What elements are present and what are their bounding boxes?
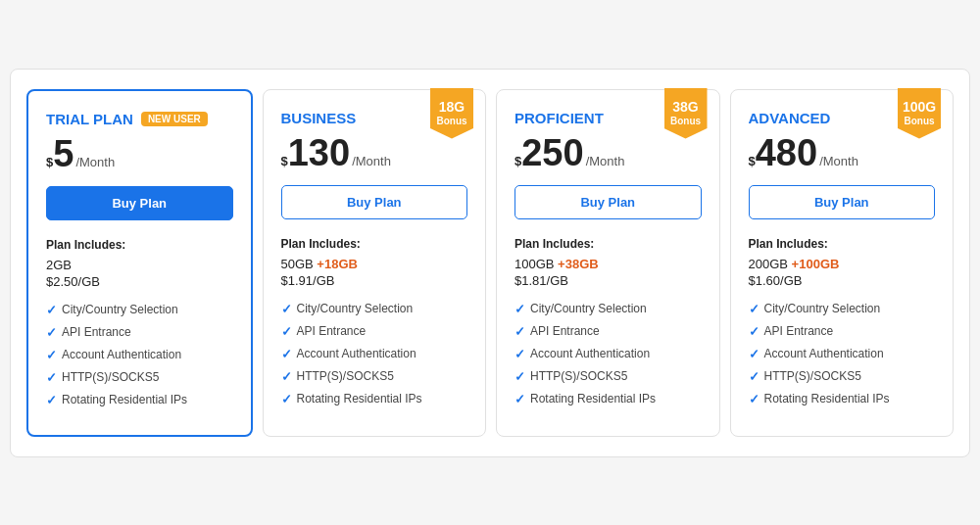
feature-item-advanced-3: ✓ HTTP(S)/SOCKS5	[749, 369, 936, 384]
check-icon: ✓	[46, 325, 57, 340]
bonus-badge-proficient: 38G Bonus	[664, 88, 708, 139]
buy-button-advanced[interactable]: Buy Plan	[749, 185, 936, 219]
plan-card-business: 18G Bonus BUSINESS $ 130 /Month Buy Plan…	[263, 89, 487, 437]
plan-includes-label-trial: Plan Includes:	[46, 238, 233, 252]
feature-label: API Entrance	[764, 324, 834, 338]
price-dollar-proficient: $	[514, 154, 521, 168]
plan-card-advanced: 100G Bonus ADVANCED $ 480 /Month Buy Pla…	[730, 89, 955, 437]
feature-label: HTTP(S)/SOCKS5	[62, 370, 159, 384]
check-icon: ✓	[46, 393, 57, 407]
feature-label: Rotating Residential IPs	[530, 392, 656, 406]
check-icon: ✓	[514, 302, 525, 316]
feature-label: API Entrance	[297, 324, 367, 338]
price-dollar-business: $	[281, 154, 288, 168]
feature-item-trial-1: ✓ API Entrance	[46, 325, 233, 340]
features-list-trial: ✓ City/Country Selection ✓ API Entrance …	[46, 303, 233, 407]
check-icon: ✓	[281, 369, 292, 384]
price-dollar-trial: $	[46, 155, 53, 169]
check-icon: ✓	[749, 347, 760, 361]
price-row-trial: $ 5 /Month	[46, 135, 233, 172]
price-row-business: $ 130 /Month	[281, 134, 468, 171]
check-icon: ✓	[514, 347, 525, 361]
check-icon: ✓	[749, 324, 760, 339]
feature-item-proficient-1: ✓ API Entrance	[514, 324, 702, 339]
check-icon: ✓	[514, 369, 525, 384]
plan-per-gb-trial: $2.50/GB	[46, 274, 233, 289]
feature-item-business-2: ✓ Account Authentication	[281, 347, 468, 361]
feature-item-business-0: ✓ City/Country Selection	[281, 302, 468, 316]
feature-item-business-1: ✓ API Entrance	[281, 324, 468, 339]
feature-item-proficient-3: ✓ HTTP(S)/SOCKS5	[514, 369, 702, 384]
plan-per-gb-business: $1.91/GB	[281, 273, 468, 288]
plan-includes-label-advanced: Plan Includes:	[749, 237, 936, 251]
check-icon: ✓	[46, 370, 57, 385]
check-icon: ✓	[281, 324, 292, 339]
feature-label: API Entrance	[62, 325, 131, 339]
pricing-container: TRIAL PLAN New User $ 5 /Month Buy Plan …	[10, 69, 970, 457]
plan-per-gb-proficient: $1.81/GB	[514, 273, 702, 288]
price-period-business: /Month	[352, 154, 391, 168]
feature-item-proficient-0: ✓ City/Country Selection	[514, 302, 702, 316]
feature-label: Rotating Residential IPs	[764, 392, 890, 406]
plan-gb-trial: 2GB	[46, 258, 233, 272]
buy-button-proficient[interactable]: Buy Plan	[514, 185, 702, 219]
feature-item-business-4: ✓ Rotating Residential IPs	[281, 392, 468, 406]
plan-card-proficient: 38G Bonus PROFICIENT $ 250 /Month Buy Pl…	[496, 89, 720, 437]
check-icon: ✓	[514, 392, 525, 406]
check-icon: ✓	[749, 369, 760, 384]
price-period-advanced: /Month	[819, 154, 858, 168]
feature-label: City/Country Selection	[530, 302, 647, 315]
feature-item-proficient-2: ✓ Account Authentication	[514, 347, 702, 361]
price-row-advanced: $ 480 /Month	[749, 134, 936, 171]
price-amount-proficient: 250	[521, 134, 583, 171]
check-icon: ✓	[749, 392, 760, 406]
features-list-proficient: ✓ City/Country Selection ✓ API Entrance …	[514, 302, 702, 406]
feature-label: HTTP(S)/SOCKS5	[297, 369, 394, 383]
plan-name-trial: TRIAL PLAN New User	[46, 111, 233, 127]
bonus-gb-business: +18GB	[317, 257, 358, 271]
plan-includes-label-business: Plan Includes:	[281, 237, 468, 251]
feature-label: Rotating Residential IPs	[297, 392, 422, 406]
features-list-business: ✓ City/Country Selection ✓ API Entrance …	[281, 302, 468, 406]
plan-per-gb-advanced: $1.60/GB	[749, 273, 936, 288]
bonus-gb-advanced: +100GB	[792, 257, 840, 271]
feature-label: City/Country Selection	[764, 302, 881, 315]
plan-gb-business: 50GB +18GB	[281, 257, 468, 271]
check-icon: ✓	[281, 392, 292, 406]
buy-button-business[interactable]: Buy Plan	[281, 185, 468, 219]
bonus-gb-proficient: +38GB	[558, 257, 599, 271]
feature-label: Rotating Residential IPs	[62, 393, 187, 406]
feature-item-advanced-2: ✓ Account Authentication	[749, 347, 936, 361]
check-icon: ✓	[46, 348, 57, 362]
feature-item-trial-2: ✓ Account Authentication	[46, 348, 233, 362]
feature-item-trial-4: ✓ Rotating Residential IPs	[46, 393, 233, 407]
price-period-trial: /Month	[75, 155, 115, 169]
feature-label: Account Authentication	[62, 348, 181, 361]
check-icon: ✓	[514, 324, 525, 339]
feature-label: HTTP(S)/SOCKS5	[764, 369, 861, 383]
feature-item-trial-3: ✓ HTTP(S)/SOCKS5	[46, 370, 233, 385]
plan-gb-advanced: 200GB +100GB	[749, 257, 936, 271]
feature-label: City/Country Selection	[297, 302, 414, 315]
feature-label: City/Country Selection	[62, 303, 178, 316]
price-amount-advanced: 480	[756, 134, 817, 171]
features-list-advanced: ✓ City/Country Selection ✓ API Entrance …	[749, 302, 936, 406]
check-icon: ✓	[281, 347, 292, 361]
price-amount-business: 130	[288, 134, 350, 171]
plan-includes-label-proficient: Plan Includes:	[514, 237, 702, 251]
plan-card-trial: TRIAL PLAN New User $ 5 /Month Buy Plan …	[26, 89, 253, 437]
feature-label: Account Authentication	[297, 347, 416, 360]
feature-item-business-3: ✓ HTTP(S)/SOCKS5	[281, 369, 468, 384]
feature-label: HTTP(S)/SOCKS5	[530, 369, 627, 383]
buy-button-trial[interactable]: Buy Plan	[46, 186, 233, 220]
price-row-proficient: $ 250 /Month	[514, 134, 702, 171]
price-dollar-advanced: $	[749, 154, 756, 168]
feature-label: Account Authentication	[530, 347, 650, 360]
check-icon: ✓	[46, 303, 57, 317]
feature-label: API Entrance	[530, 324, 600, 338]
feature-item-trial-0: ✓ City/Country Selection	[46, 303, 233, 317]
feature-item-advanced-4: ✓ Rotating Residential IPs	[749, 392, 936, 406]
bonus-badge-advanced: 100G Bonus	[898, 88, 941, 139]
feature-item-advanced-0: ✓ City/Country Selection	[749, 302, 936, 316]
check-icon: ✓	[749, 302, 760, 316]
